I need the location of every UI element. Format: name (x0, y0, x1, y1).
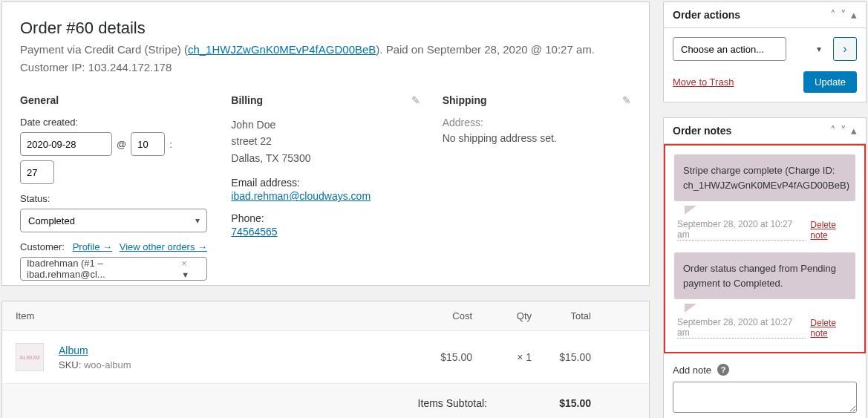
add-note-label: Add note (673, 365, 711, 376)
minute-input[interactable] (20, 160, 54, 184)
shipping-heading: Shipping (443, 94, 631, 106)
billing-city: Dallas, TX 75300 (231, 150, 420, 166)
move-to-trash-link[interactable]: Move to Trash (673, 76, 734, 88)
toggle-icon[interactable]: ▴ (851, 124, 857, 137)
order-notes-heading: Order notes (673, 125, 731, 137)
notes-highlighted-area: Stripe charge complete (Charge ID: ch_1H… (664, 144, 866, 353)
note-timestamp: September 28, 2020 at 10:27 am (677, 317, 806, 339)
profile-link[interactable]: Profile → (73, 241, 112, 252)
phone-label: Phone: (231, 212, 420, 224)
table-row: ALBUM Album SKU: woo-album $15.00 × 1 $1… (2, 331, 649, 384)
item-total: $15.00 (532, 351, 591, 363)
subtotal-label: Items Subtotal: (418, 397, 487, 409)
edit-shipping-icon[interactable]: ✎ (622, 94, 631, 106)
charge-link[interactable]: ch_1HWJZwGnK0MEvP4fAGD00BeB (188, 43, 376, 56)
item-cost: $15.00 (413, 351, 472, 363)
delete-note-link[interactable]: Delete note (810, 318, 855, 339)
move-down-icon[interactable]: ˅ (841, 124, 846, 137)
billing-email[interactable]: ibad.rehman@cloudways.com (231, 190, 371, 202)
billing-street: street 22 (231, 133, 420, 149)
help-icon[interactable]: ? (717, 364, 729, 376)
order-subtitle: Payment via Credit Card (Stripe) (ch_1HW… (20, 41, 631, 76)
order-actions-heading: Order actions (673, 9, 740, 21)
order-title: Order #60 details (20, 19, 631, 38)
shipping-address-value: No shipping address set. (443, 130, 631, 146)
apply-action-button[interactable]: › (833, 37, 857, 61)
items-table-header: Item Cost Qty Total (2, 301, 649, 331)
note-timestamp: September 28, 2020 at 10:27 am (677, 219, 806, 241)
clear-customer-icon[interactable]: × (181, 258, 187, 269)
billing-name: John Doe (231, 117, 420, 133)
update-button[interactable]: Update (803, 71, 857, 93)
order-note: Order status changed from Pending paymen… (674, 252, 855, 299)
billing-heading: Billing (231, 94, 420, 106)
status-label: Status: (20, 193, 209, 204)
delete-note-link[interactable]: Delete note (810, 220, 855, 241)
move-up-icon[interactable]: ˄ (830, 8, 836, 22)
sku-value: woo-album (84, 359, 131, 370)
date-created-label: Date created: (20, 117, 209, 128)
hour-input[interactable] (131, 132, 165, 156)
move-down-icon[interactable]: ˅ (841, 8, 846, 22)
item-qty: × 1 (472, 351, 532, 363)
move-up-icon[interactable]: ˄ (830, 124, 836, 137)
status-select[interactable]: Completed (20, 209, 207, 232)
edit-billing-icon[interactable]: ✎ (411, 94, 420, 106)
subtotal-value: $15.00 (532, 397, 591, 409)
at-symbol: @ (117, 139, 126, 150)
order-note: Stripe charge complete (Charge ID: ch_1H… (674, 154, 855, 201)
product-thumbnail[interactable]: ALBUM (16, 343, 44, 371)
add-note-textarea[interactable] (673, 382, 857, 413)
shipping-address-label: Address: (443, 117, 631, 128)
date-input[interactable] (20, 132, 112, 156)
toggle-icon[interactable]: ▴ (851, 8, 857, 22)
order-action-select[interactable]: Choose an action... (673, 37, 786, 61)
customer-select[interactable]: Ibadrehman (#1 – ibad.rehman@cl... × ▼ (20, 257, 207, 281)
view-orders-link[interactable]: View other orders → (120, 241, 207, 252)
customer-label: Customer: (20, 241, 65, 252)
email-label: Email address: (231, 177, 420, 189)
billing-phone[interactable]: 74564565 (231, 226, 277, 238)
general-heading: General (20, 94, 209, 106)
chevron-down-icon: ▼ (181, 270, 189, 279)
colon-symbol: : (169, 139, 172, 150)
sku-label: SKU: (59, 359, 81, 370)
product-name-link[interactable]: Album (59, 344, 88, 356)
